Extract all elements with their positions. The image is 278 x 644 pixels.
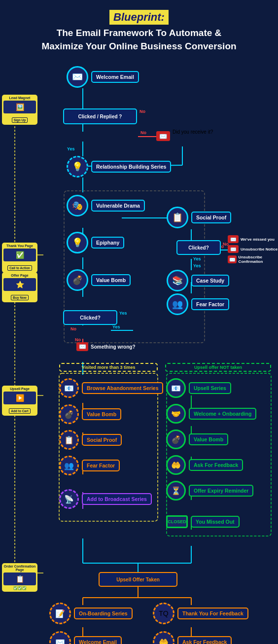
onboarding-series-icon: 📝 xyxy=(49,603,71,624)
fear-factor-label-2: Fear Factor xyxy=(82,460,120,471)
social-proof-label-2: Social Proof xyxy=(82,434,122,446)
buy-now-button[interactable]: Buy Now xyxy=(11,295,29,300)
missed-you-group: ✉️ We've missed you ✉️ Unsubscribe Notic… xyxy=(228,235,278,264)
value-bomb-label-2: Value Bomb xyxy=(82,408,121,420)
thank-you-page-card: Thank You Page ✅ Call to Action xyxy=(2,243,37,273)
browse-abandonment-icon: 📧 xyxy=(59,378,79,398)
welcome-onboarding-icon: 🤝 xyxy=(166,404,186,424)
thank-you-feedback-icon: TQ xyxy=(153,603,174,624)
epiphany-label: Epiphany xyxy=(91,237,124,249)
offer-expiry-icon: ⏳ xyxy=(166,481,186,501)
lead-magnet-title: Lead Magnet xyxy=(3,96,36,100)
upsell-series-label: Upsell Series xyxy=(189,382,231,394)
something-wrong-icon: ✉️ xyxy=(76,342,88,351)
header-title: The Email Framework To Automate & Maximi… xyxy=(10,27,268,53)
value-bomb-node-2: 💣 Value Bomb xyxy=(59,404,121,424)
upsell-page-icon: ▶️ xyxy=(3,392,36,404)
social-proof-node-1: 📋 Social Proof xyxy=(167,207,231,228)
clicked-box-2: Clicked? xyxy=(63,310,117,325)
vulnerable-drama-icon: 🎭 xyxy=(67,195,88,216)
case-study-label: Case Study xyxy=(191,275,229,286)
offer-page-title: Offer Page xyxy=(3,274,36,277)
connector-lines: Yes No No Yes xyxy=(0,60,278,644)
lead-magnet-card: Lead Magnet 🖼️ Sign Up xyxy=(2,95,37,125)
onboarding-series-node: 📝 On-Boarding Series xyxy=(49,603,133,624)
ask-feedback-icon-1: 🤲 xyxy=(166,455,186,475)
you-missed-out-node: CLOSED You Missed Out xyxy=(166,515,240,528)
header: Blueprint: The Email Framework To Automa… xyxy=(0,5,278,60)
something-wrong-group: ✉️ Something wrong? xyxy=(76,342,136,351)
broadcast-label: Add to Broadcast Series xyxy=(82,493,152,505)
sign-up-button[interactable]: Sign Up xyxy=(12,117,28,123)
add-to-cart-button[interactable]: Add to Cart xyxy=(9,408,30,414)
svg-text:No: No xyxy=(140,130,146,135)
browse-abandonment-node: 📧 Browse Abandonment Series xyxy=(59,378,163,398)
welcome-email-label: Welcome Email xyxy=(91,71,139,83)
value-bomb-label-3: Value Bomb xyxy=(189,433,228,445)
something-wrong-label: Something wrong? xyxy=(91,344,136,350)
thank-you-icon: ✅ xyxy=(3,249,36,261)
thank-you-feedback-node: TQ Thank You For Feedback xyxy=(153,603,248,624)
welcome-email-label-2: Welcome Email xyxy=(74,636,122,644)
case-study-icon: 📚 xyxy=(167,270,188,291)
welcome-email-icon: ✉️ xyxy=(67,66,88,88)
onboarding-series-label: On-Boarding Series xyxy=(74,608,133,619)
ask-feedback-label-1: Ask For Feedback xyxy=(189,459,243,471)
broadcast-series-node: 📡 Add to Broadcast Series xyxy=(59,489,152,509)
welcome-email-node: ✉️ Welcome Email xyxy=(67,66,139,88)
no-label-3: No xyxy=(70,326,76,331)
order-confirmation-card: Order Confirmation Page 📋 ✅✅✅ xyxy=(2,563,37,592)
fear-factor-node-1: 👥 Fear Factor xyxy=(167,293,229,315)
value-bomb-node-1: 💣 Value Bomb xyxy=(67,269,131,291)
svg-text:Yes: Yes xyxy=(112,324,120,329)
ask-feedback-node-1: 🤲 Ask For Feedback xyxy=(166,455,243,475)
welcome-email-icon-2: ✉️ xyxy=(49,631,71,644)
value-bomb-node-3: 💣 Value Bomb xyxy=(166,429,228,449)
ask-feedback-label-2: Ask For Feedback xyxy=(177,636,232,644)
unsub-confirm-icon: ✉️ xyxy=(228,255,237,263)
missed-email-icon: ✉️ xyxy=(228,235,239,243)
call-to-action-button[interactable]: Call to Action xyxy=(7,265,32,271)
social-proof-icon-1: 📋 xyxy=(167,207,188,228)
welcome-onboarding-node: 🤝 Welcome + Onboarding xyxy=(166,404,256,424)
relationship-building-icon: 💡 xyxy=(67,156,88,178)
offer-expiry-label: Offer Expiry Reminder xyxy=(189,485,253,497)
social-proof-icon-2: 📋 xyxy=(59,430,79,450)
email-icon-red-1: ✉️ xyxy=(156,131,170,141)
value-bomb-icon-3: 💣 xyxy=(166,429,186,449)
unsub-confirm-label: Unsubscribe Confirmation xyxy=(239,255,278,264)
did-you-receive-label: Did you receive it? xyxy=(173,129,213,135)
visited-header: Visited more than 3 times xyxy=(59,363,158,372)
value-bomb-label-1: Value Bomb xyxy=(91,274,131,286)
upsell-page-title: Upsell Page xyxy=(3,387,36,391)
order-confirmation-title: Order Confirmation Page xyxy=(3,565,36,572)
epiphany-icon: 💡 xyxy=(67,232,88,253)
fear-factor-node-2: 👥 Fear Factor xyxy=(59,456,120,475)
vulnerable-drama-label: Vulnerable Drama xyxy=(91,200,145,212)
lead-magnet-icon: 🖼️ xyxy=(3,101,36,113)
value-bomb-icon-2: 💣 xyxy=(59,404,79,424)
no-label-1: No xyxy=(139,109,145,114)
unsub-notice-label: Unsubscribe Notice xyxy=(241,247,278,251)
missed-you-label: We've missed you xyxy=(241,237,275,242)
unsub-notice-icon: ✉️ xyxy=(228,245,239,253)
ask-feedback-node-2: 🤲 Ask For Feedback xyxy=(153,631,232,644)
clicked-box-1: Clicked? xyxy=(176,240,221,255)
fear-factor-icon-2: 👥 xyxy=(59,456,79,475)
offer-page-card: Offer Page ⭐ Buy Now xyxy=(2,272,37,302)
yes-label-1: Yes xyxy=(193,256,201,261)
blueprint-label: Blueprint: xyxy=(109,10,169,25)
relationship-building-label: Relationship Building Series xyxy=(91,161,171,173)
epiphany-node: 💡 Epiphany xyxy=(67,232,124,253)
offer-page-icon: ⭐ xyxy=(3,278,36,291)
fear-factor-label-1: Fear Factor xyxy=(191,298,229,310)
header-blueprint-row: Blueprint: xyxy=(10,10,268,25)
value-bomb-icon-1: 💣 xyxy=(67,269,88,291)
order-confirmation-icon: 📋 xyxy=(3,572,36,585)
fear-factor-icon-1: 👥 xyxy=(167,293,188,315)
broadcast-icon: 📡 xyxy=(59,489,79,509)
social-proof-label-1: Social Proof xyxy=(191,212,231,223)
ask-feedback-icon-2: 🤲 xyxy=(153,631,174,644)
upsell-offer-taken-box: Upsell Offer Taken xyxy=(99,572,177,587)
svg-text:Yes: Yes xyxy=(193,263,201,268)
